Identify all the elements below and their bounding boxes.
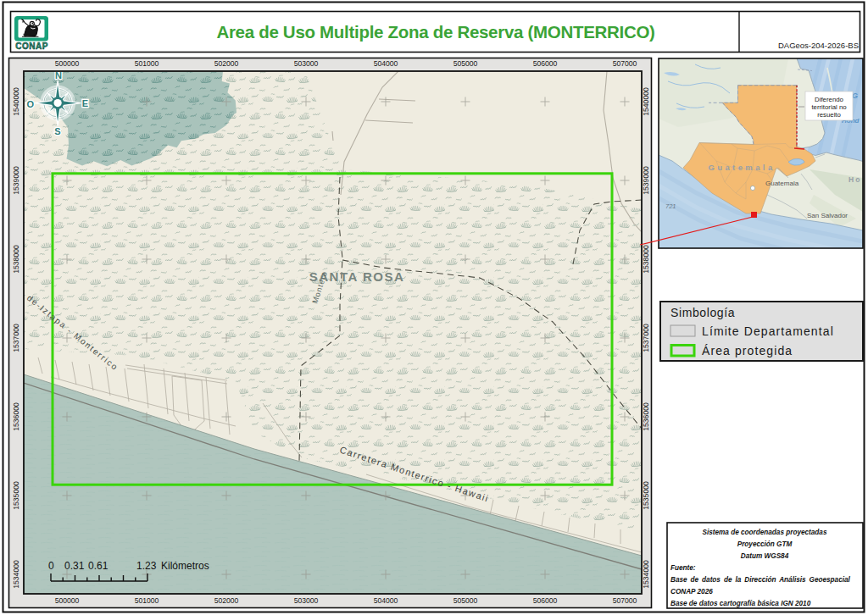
svg-text:1535000: 1535000 (642, 481, 650, 510)
svg-text:503000: 503000 (294, 596, 319, 605)
svg-text:1538000: 1538000 (642, 245, 650, 274)
svg-text:1537000: 1537000 (642, 324, 650, 352)
svg-text:504000: 504000 (374, 596, 398, 605)
svg-text:0.61: 0.61 (88, 560, 108, 572)
svg-text:Fuente:: Fuente: (670, 564, 696, 572)
svg-text:501000: 501000 (135, 59, 159, 68)
svg-text:Area de Uso Multiple Zona de R: Area de Uso Multiple Zona de Reserva (MO… (216, 22, 654, 42)
svg-text:territorial no: territorial no (811, 103, 847, 111)
svg-text:Área protegida: Área protegida (702, 344, 793, 357)
svg-text:1535000: 1535000 (12, 481, 20, 510)
svg-text:E: E (82, 98, 88, 108)
svg-text:1540000: 1540000 (12, 87, 20, 116)
svg-text:Diferendo: Diferendo (815, 96, 843, 103)
svg-text:Sistema de coordenadas proyect: Sistema de coordenadas proyectadas (703, 529, 827, 536)
svg-text:0.31: 0.31 (64, 560, 85, 572)
svg-text:1536000: 1536000 (642, 402, 650, 431)
svg-text:Guatemala: Guatemala (708, 163, 775, 172)
svg-text:507000: 507000 (613, 596, 637, 605)
svg-text:506000: 506000 (533, 596, 558, 605)
svg-text:503000: 503000 (294, 59, 319, 68)
svg-text:500000: 500000 (55, 59, 80, 68)
svg-text:1539000: 1539000 (642, 166, 650, 195)
svg-text:CONAP: CONAP (15, 42, 48, 51)
svg-text:502000: 502000 (214, 596, 239, 605)
svg-text:1.23: 1.23 (136, 560, 157, 572)
svg-text:500000: 500000 (55, 596, 80, 605)
svg-text:Base de datos cartografía bási: Base de datos cartografía básica IGN 201… (670, 600, 811, 607)
svg-text:Guatemala: Guatemala (765, 180, 799, 187)
svg-text:1540000: 1540000 (642, 87, 650, 116)
svg-text:501000: 501000 (135, 596, 159, 605)
svg-text:1538000: 1538000 (12, 245, 20, 274)
svg-text:0: 0 (48, 560, 54, 572)
svg-text:502000: 502000 (214, 59, 239, 68)
svg-text:1537000: 1537000 (12, 324, 20, 352)
svg-text:505000: 505000 (453, 59, 478, 68)
svg-text:Ho: Ho (849, 175, 861, 184)
svg-text:506000: 506000 (533, 59, 558, 68)
svg-text:Proyección GTM: Proyección GTM (737, 540, 793, 548)
svg-text:S: S (54, 126, 60, 136)
svg-text:504000: 504000 (374, 59, 398, 68)
svg-text:Datum WGS84: Datum WGS84 (741, 552, 789, 560)
svg-text:507000: 507000 (613, 59, 637, 68)
svg-text:1534000: 1534000 (12, 560, 20, 589)
svg-text:O: O (26, 99, 34, 109)
svg-text:1536000: 1536000 (12, 402, 20, 431)
svg-text:1534000: 1534000 (642, 560, 650, 589)
svg-text:Kilómetros: Kilómetros (161, 560, 209, 572)
svg-text:San Salvador: San Salvador (807, 212, 848, 219)
svg-text:721: 721 (665, 202, 676, 210)
svg-text:Límite Departamental: Límite Departamental (702, 324, 834, 338)
svg-text:Simbología: Simbología (670, 306, 735, 319)
svg-text:CONAP 2026: CONAP 2026 (670, 588, 713, 596)
svg-text:1539000: 1539000 (12, 166, 20, 195)
svg-text:DAGeos-204-2026-BS: DAGeos-204-2026-BS (778, 41, 859, 50)
svg-text:505000: 505000 (453, 596, 478, 605)
svg-text:resuelto: resuelto (817, 111, 841, 119)
svg-text:Base de datos de la Dirección: Base de datos de la Dirección Análisis G… (670, 576, 851, 584)
